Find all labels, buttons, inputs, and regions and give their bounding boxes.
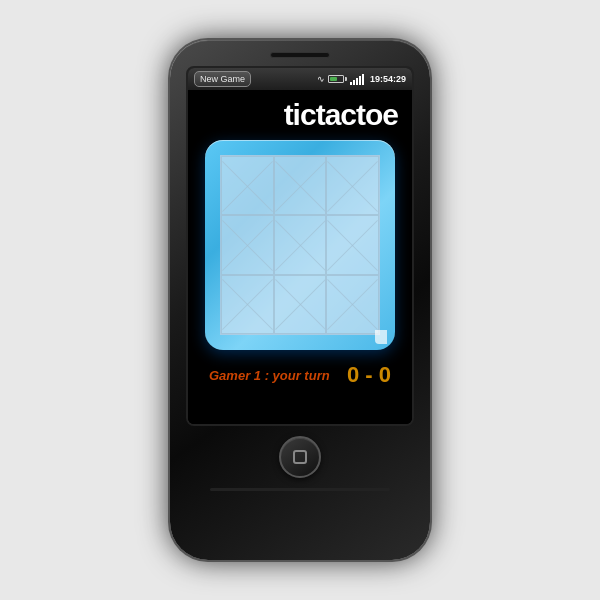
- game-title: tictactoe: [284, 98, 398, 132]
- battery-tip: [345, 77, 347, 81]
- cell-diag-7: [275, 276, 326, 333]
- gamer-status-text: Gamer 1 : your turn: [209, 368, 330, 383]
- screen: New Game ∿: [188, 68, 412, 424]
- phone-device: New Game ∿: [170, 40, 430, 560]
- score-row: Gamer 1 : your turn 0 - 0: [205, 362, 395, 388]
- cell-diag-3: [222, 216, 273, 273]
- cell-6[interactable]: [221, 275, 274, 334]
- clock-display: 19:54:29: [370, 74, 406, 84]
- score-display: 0 - 0: [347, 362, 391, 388]
- player2-score: 0: [379, 362, 391, 387]
- cell-diag-6: [222, 276, 273, 333]
- signal-bar-2: [353, 80, 355, 85]
- screen-bezel: New Game ∿: [186, 66, 414, 426]
- cell-1[interactable]: [274, 156, 327, 215]
- status-bar: New Game ∿: [188, 68, 412, 90]
- cell-2[interactable]: [326, 156, 379, 215]
- cell-diag-4: [275, 216, 326, 273]
- wifi-icon: ∿: [317, 74, 325, 84]
- score-separator: -: [359, 362, 379, 387]
- cell-7[interactable]: [274, 275, 327, 334]
- speaker-top: [270, 52, 330, 58]
- cell-8[interactable]: [326, 275, 379, 334]
- app-content: tictactoe: [188, 90, 412, 424]
- cell-0[interactable]: [221, 156, 274, 215]
- cell-5[interactable]: [326, 215, 379, 274]
- battery-fill: [330, 77, 337, 81]
- player1-score: 0: [347, 362, 359, 387]
- home-button-icon: [293, 450, 307, 464]
- signal-bar-1: [350, 82, 352, 85]
- signal-bars-icon: [350, 74, 364, 85]
- cell-diag-2: [327, 157, 378, 214]
- cell-3[interactable]: [221, 215, 274, 274]
- cell-diag-5: [327, 216, 378, 273]
- cell-4[interactable]: [274, 215, 327, 274]
- cell-diag-8: [327, 276, 378, 333]
- new-game-button[interactable]: New Game: [194, 71, 251, 87]
- battery-icon: [328, 75, 347, 83]
- game-board[interactable]: [220, 155, 380, 335]
- cell-diag-1: [275, 157, 326, 214]
- signal-bar-5: [362, 74, 364, 85]
- home-button[interactable]: [279, 436, 321, 478]
- board-container[interactable]: [205, 140, 395, 350]
- bottom-bar: [210, 488, 390, 491]
- phone-bottom: [210, 436, 390, 491]
- battery-body: [328, 75, 344, 83]
- signal-bar-3: [356, 78, 358, 85]
- cell-diag-0: [222, 157, 273, 214]
- status-icons: ∿: [317, 74, 406, 85]
- signal-bar-4: [359, 76, 361, 85]
